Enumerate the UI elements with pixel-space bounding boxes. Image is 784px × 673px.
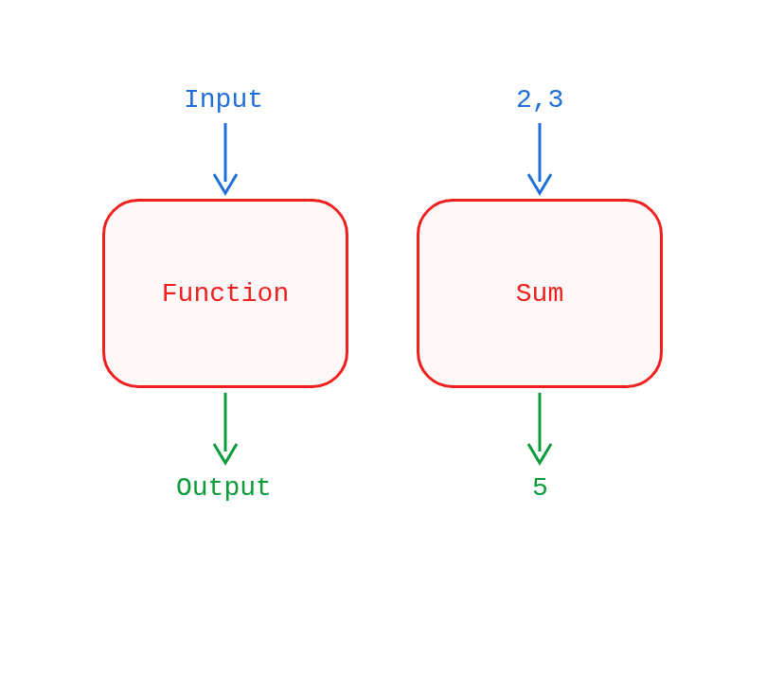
arrow-down-icon [525, 121, 555, 197]
output-label-right: 5 [532, 473, 548, 503]
arrow-down-icon [525, 391, 555, 467]
input-label-right: 2,3 [516, 85, 563, 115]
diagram-canvas: Input Function Output 2,3 Sum 5 [0, 0, 784, 673]
box-label-right: Sum [516, 279, 563, 309]
output-label-left: Output [176, 473, 272, 503]
function-box-right: Sum [417, 199, 663, 388]
box-label-left: Function [162, 279, 289, 309]
function-box-left: Function [102, 199, 348, 388]
arrow-down-icon [210, 391, 241, 467]
arrow-down-icon [210, 121, 241, 197]
input-label-left: Input [184, 85, 263, 115]
